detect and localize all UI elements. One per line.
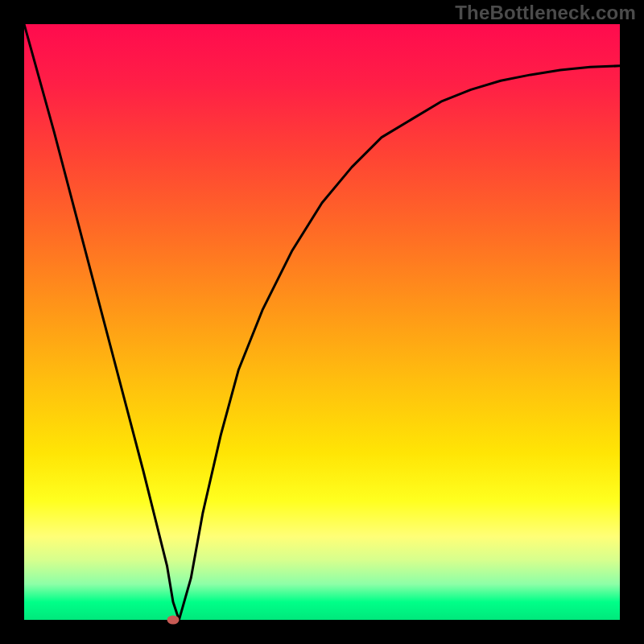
watermark-text: TheBottleneck.com: [455, 2, 636, 24]
bottleneck-curve-path: [24, 24, 620, 620]
chart-frame: TheBottleneck.com: [0, 0, 644, 644]
plot-area: [24, 24, 620, 620]
curve-svg: [24, 24, 620, 620]
minimum-marker: [167, 616, 180, 625]
